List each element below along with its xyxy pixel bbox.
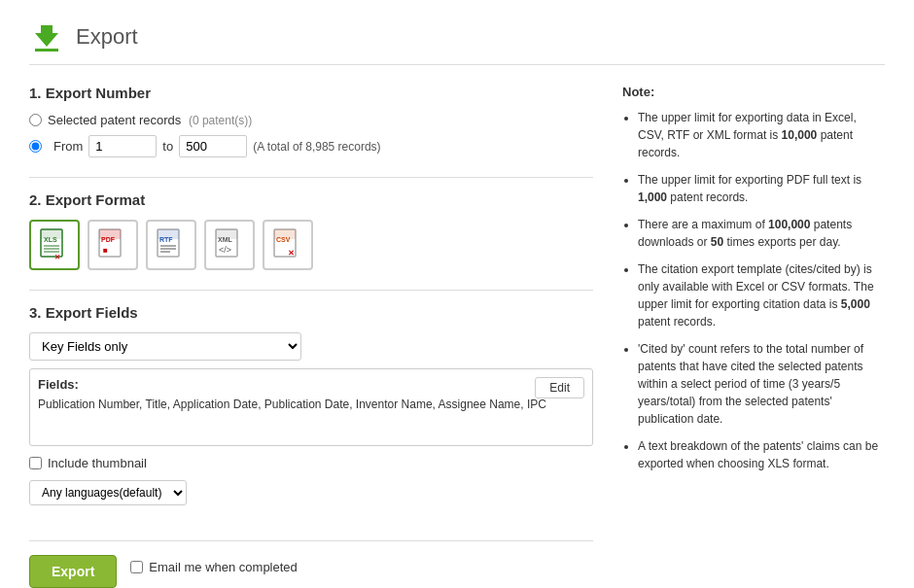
export-format-title: 2. Export Format bbox=[29, 191, 593, 208]
page-title: Export bbox=[76, 24, 138, 50]
fields-value: Publication Number, Title, Application D… bbox=[38, 396, 584, 413]
format-rtf[interactable]: RTF bbox=[146, 220, 196, 270]
export-fields-section: 3. Export Fields Key Fields only Edit Fi… bbox=[29, 304, 593, 521]
rtf-file-icon: RTF bbox=[156, 228, 187, 261]
svg-text:✕: ✕ bbox=[288, 249, 295, 258]
export-down-icon bbox=[29, 19, 64, 54]
bottom-row: Export Email me when completed bbox=[29, 555, 593, 588]
edit-button[interactable]: Edit bbox=[535, 377, 584, 398]
export-format-section: 2. Export Format XLS ✕ bbox=[29, 191, 593, 270]
selected-patents-label[interactable]: Selected patent records (0 patent(s)) bbox=[48, 113, 252, 127]
note-item-6: A text breakdown of the patents' claims … bbox=[638, 437, 885, 472]
xml-file-icon: XML </> bbox=[214, 228, 245, 261]
svg-text:XML: XML bbox=[218, 236, 233, 243]
range-total: (A total of 8,985 records) bbox=[253, 140, 380, 154]
note-title: Note: bbox=[622, 85, 885, 99]
thumbnail-checkbox[interactable] bbox=[29, 457, 42, 469]
export-fields-title: 3. Export Fields bbox=[29, 304, 593, 321]
svg-text:PDF: PDF bbox=[101, 236, 116, 243]
format-icons-row: XLS ✕ PDF ■ bbox=[29, 220, 593, 270]
svg-text:■: ■ bbox=[103, 246, 108, 255]
export-number-title: 1. Export Number bbox=[29, 85, 593, 101]
svg-text:RTF: RTF bbox=[159, 236, 173, 243]
fields-heading: Fields: bbox=[38, 377, 584, 392]
export-number-section: 1. Export Number Selected patent records… bbox=[29, 85, 593, 157]
note-panel: Note: The upper limit for exporting data… bbox=[622, 85, 885, 588]
svg-rect-1 bbox=[35, 49, 58, 52]
email-row: Email me when completed bbox=[130, 560, 297, 574]
svg-text:CSV: CSV bbox=[276, 236, 291, 243]
note-item-4: The citation export template (cites/cite… bbox=[638, 260, 885, 330]
range-from-label: From bbox=[53, 139, 83, 154]
svg-text:</>: </> bbox=[219, 245, 231, 255]
note-item-1: The upper limit for exporting data in Ex… bbox=[638, 109, 885, 161]
thumbnail-label[interactable]: Include thumbnail bbox=[48, 456, 147, 470]
pdf-file-icon: PDF ■ bbox=[97, 228, 128, 261]
left-panel: 1. Export Number Selected patent records… bbox=[29, 85, 593, 588]
csv-file-icon: CSV ✕ bbox=[272, 228, 303, 261]
patent-count: (0 patent(s)) bbox=[189, 114, 252, 127]
range-from-input[interactable] bbox=[88, 135, 157, 157]
export-button[interactable]: Export bbox=[29, 555, 117, 588]
svg-marker-0 bbox=[35, 25, 58, 47]
xls-file-icon: XLS ✕ bbox=[39, 228, 70, 261]
email-label[interactable]: Email me when completed bbox=[149, 560, 297, 574]
fields-box: Edit Fields: Publication Number, Title, … bbox=[29, 368, 593, 446]
range-radio[interactable] bbox=[29, 140, 42, 153]
email-checkbox[interactable] bbox=[130, 561, 143, 573]
note-item-2: The upper limit for exporting PDF full t… bbox=[638, 171, 885, 206]
note-item-5: 'Cited by' count refers to the total num… bbox=[638, 340, 885, 428]
language-select[interactable]: Any languages(default) bbox=[29, 480, 187, 505]
selected-patents-radio[interactable] bbox=[29, 114, 42, 126]
svg-text:XLS: XLS bbox=[44, 236, 57, 243]
note-item-3: There are a maximum of 100,000 patents d… bbox=[638, 216, 885, 251]
language-row: Any languages(default) bbox=[29, 480, 593, 521]
format-xml[interactable]: XML </> bbox=[204, 220, 255, 270]
svg-text:✕: ✕ bbox=[54, 254, 60, 260]
range-to-input[interactable] bbox=[179, 135, 247, 157]
format-pdf[interactable]: PDF ■ bbox=[88, 220, 138, 270]
selected-patents-row: Selected patent records (0 patent(s)) bbox=[29, 113, 593, 127]
fields-select-row: Key Fields only bbox=[29, 332, 593, 361]
page-header: Export bbox=[29, 19, 885, 65]
format-csv[interactable]: CSV ✕ bbox=[263, 220, 313, 270]
fields-select[interactable]: Key Fields only bbox=[29, 332, 301, 361]
note-list: The upper limit for exporting data in Ex… bbox=[622, 109, 885, 472]
range-row: From to (A total of 8,985 records) bbox=[29, 135, 593, 157]
thumbnail-row: Include thumbnail bbox=[29, 456, 593, 470]
range-to-label: to bbox=[162, 139, 173, 154]
format-xls[interactable]: XLS ✕ bbox=[29, 220, 80, 270]
